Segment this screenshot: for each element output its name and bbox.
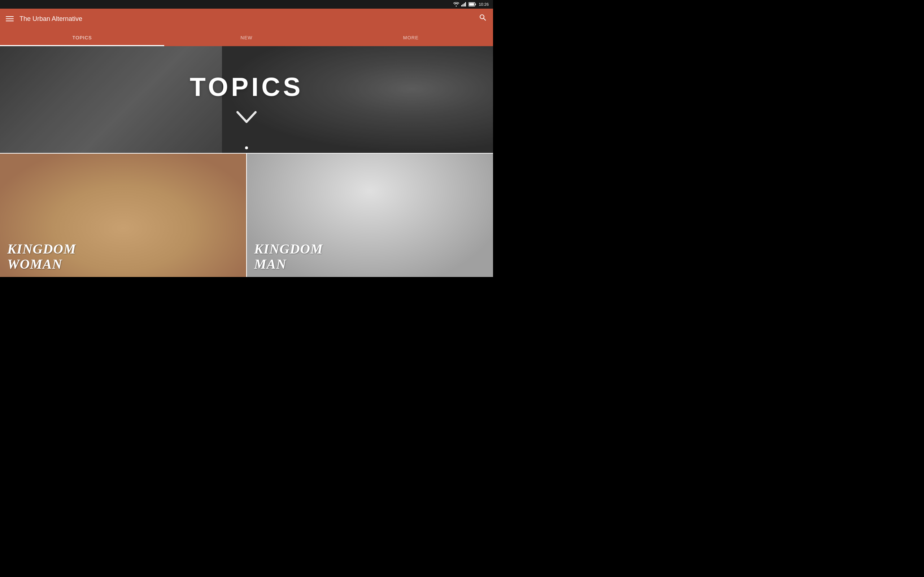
svg-rect-5 xyxy=(475,3,476,5)
svg-rect-3 xyxy=(465,2,466,6)
svg-rect-0 xyxy=(461,5,462,6)
carousel-indicators xyxy=(245,147,248,149)
app-title: The Urban Alternative xyxy=(19,15,478,23)
kingdom-woman-title: KINGDOM WOMAN xyxy=(7,241,239,272)
svg-rect-1 xyxy=(463,4,464,7)
hamburger-menu-button[interactable] xyxy=(6,16,14,21)
signal-icon xyxy=(461,2,466,6)
hero-banner: TOPICS xyxy=(0,46,493,153)
kingdom-man-text: KINGDOM MAN xyxy=(247,236,493,277)
kingdom-man-title: KINGDOM MAN xyxy=(254,241,486,272)
app-bar: The Urban Alternative xyxy=(0,9,493,29)
hero-title: TOPICS xyxy=(190,72,304,102)
kingdom-man-card[interactable]: KINGDOM MAN xyxy=(247,154,493,277)
hero-content: TOPICS xyxy=(0,46,493,153)
svg-rect-2 xyxy=(464,3,465,6)
topic-cards: KINGDOM WOMAN KINGDOM MAN xyxy=(0,154,493,277)
status-icons: 10:26 xyxy=(453,2,489,6)
carousel-dot-1[interactable] xyxy=(245,147,248,149)
tab-topics[interactable]: TOPICS xyxy=(0,29,164,46)
search-button[interactable] xyxy=(478,13,487,24)
tab-new[interactable]: NEW xyxy=(164,29,328,46)
wifi-icon xyxy=(453,2,459,6)
battery-icon xyxy=(468,2,477,6)
svg-rect-6 xyxy=(469,3,474,6)
kingdom-woman-text: KINGDOM WOMAN xyxy=(0,236,246,277)
tab-more[interactable]: MORE xyxy=(329,29,493,46)
status-time: 10:26 xyxy=(478,2,489,6)
status-bar: 10:26 xyxy=(0,0,493,9)
kingdom-woman-card[interactable]: KINGDOM WOMAN xyxy=(0,154,247,277)
chevron-down-icon[interactable] xyxy=(236,110,257,127)
tab-bar: TOPICS NEW MORE xyxy=(0,29,493,46)
